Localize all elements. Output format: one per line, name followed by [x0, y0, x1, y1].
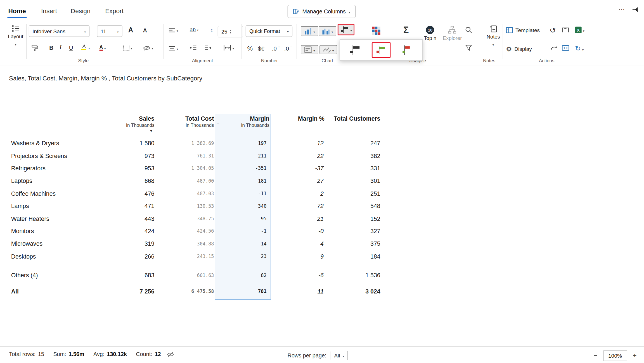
chevron-down-icon: [177, 45, 178, 51]
table-row[interactable]: Lamps 471 130.53 340 72 548: [9, 200, 381, 212]
notes-button[interactable]: Notes: [484, 25, 503, 47]
decrease-decimal-button[interactable]: .0−: [284, 45, 292, 52]
more-options-button[interactable]: ⋯: [619, 6, 626, 13]
margin-pct-value: 27: [269, 178, 325, 184]
display-button[interactable]: ⚙ Display: [506, 45, 532, 53]
customers-value: 375: [325, 240, 380, 247]
margin-pct-value: -2: [269, 190, 325, 197]
column-subtitle: in Thousands: [241, 122, 269, 128]
borders-icon: [123, 45, 129, 51]
horizontal-align-button[interactable]: [168, 27, 178, 33]
aggregate-sigma-button[interactable]: Σ: [403, 25, 409, 35]
column-chart-button[interactable]: [301, 26, 318, 36]
zoom-level[interactable]: 100%: [603, 350, 627, 361]
borders-button[interactable]: [123, 45, 132, 51]
decrease-indent-button[interactable]: [190, 45, 197, 51]
zoom-out-button[interactable]: −: [594, 352, 598, 359]
quick-format-select[interactable]: Quick Format: [246, 25, 293, 37]
search-button[interactable]: [465, 26, 472, 34]
column-drag-handle-icon[interactable]: ≡: [216, 120, 219, 126]
increase-decimal-button[interactable]: .0+: [272, 45, 280, 52]
tab-design[interactable]: Design: [70, 6, 91, 16]
increase-indent-button[interactable]: [205, 45, 212, 51]
bar-variance-plain-option[interactable]: [346, 42, 365, 58]
hidden-rows-eye-off-icon[interactable]: [167, 352, 174, 357]
visibility-button[interactable]: [143, 45, 153, 51]
sparkline-button[interactable]: [319, 45, 337, 54]
table-row[interactable]: Projectors & Screens 973 761.31 211 22 3…: [9, 150, 381, 162]
clustered-chart-button[interactable]: [319, 26, 336, 36]
group-divider: [242, 24, 242, 59]
margin-value: -11: [214, 191, 269, 197]
filter-button[interactable]: [465, 45, 472, 51]
table-row[interactable]: Desktops 266 243.15 23 9 184: [9, 250, 381, 262]
italic-button[interactable]: I: [60, 44, 61, 51]
tab-insert[interactable]: Insert: [40, 6, 58, 16]
bar-variance-green-red-option[interactable]: [372, 42, 391, 58]
underline-button[interactable]: U: [69, 44, 73, 51]
wrap-text-button[interactable]: ab: [190, 26, 199, 32]
table-row[interactable]: Refrigerators 953 1 304.05 -351 -37 331: [9, 162, 381, 175]
heatmap-button[interactable]: [372, 26, 381, 35]
bar-variance-red-green-option[interactable]: [397, 42, 416, 58]
increase-font-button[interactable]: Aˆ: [128, 26, 136, 34]
bold-button[interactable]: B: [49, 44, 53, 51]
table-row[interactable]: Monitors 424 424.56 -1 -0 327: [9, 225, 381, 237]
font-color-button[interactable]: A: [100, 45, 106, 51]
manage-columns-button[interactable]: Manage Columns: [288, 5, 356, 18]
explorer-button[interactable]: Explorer: [440, 25, 464, 41]
customers-value: 3 024: [325, 288, 380, 295]
column-header-total-customers[interactable]: Total Customers: [325, 110, 380, 136]
stepper-arrows-icon[interactable]: ▴▾: [230, 29, 231, 34]
explorer-icon: [448, 26, 456, 34]
chevron-down-icon: [151, 45, 153, 51]
total-cost-value: 304.88: [154, 241, 214, 247]
column-width-button[interactable]: [223, 45, 234, 51]
boxed-chart-button[interactable]: [301, 45, 318, 54]
layout-button[interactable]: Layout: [6, 25, 26, 47]
templates-button[interactable]: Templates: [506, 27, 540, 33]
column-header-margin-pct[interactable]: Margin %: [269, 110, 325, 136]
sales-value: 953: [83, 165, 155, 172]
table-row[interactable]: Laptops 668 487.00 181 27 301: [9, 175, 381, 187]
percent-format-button[interactable]: %: [247, 45, 253, 52]
export-excel-button[interactable]: X: [575, 27, 584, 34]
table-row[interactable]: All 7 256 6 475.58 781 11 3 024: [9, 285, 381, 298]
row-label-column-header[interactable]: [9, 110, 83, 136]
column-header-sales[interactable]: Sales in Thousands ▼: [83, 110, 155, 136]
highlight-color-button[interactable]: [80, 44, 90, 51]
vertical-align-button[interactable]: [168, 45, 178, 51]
tab-home[interactable]: Home: [7, 6, 27, 16]
table-row[interactable]: Coffee Machines 476 487.03 -11 -2 251: [9, 187, 381, 200]
table-row[interactable]: Microwaves 319 304.88 14 4 375: [9, 237, 381, 250]
fit-width-button[interactable]: [562, 45, 569, 51]
zoom-in-button[interactable]: +: [633, 352, 637, 359]
rows-per-page-select[interactable]: All: [330, 351, 348, 360]
currency-format-button[interactable]: $€: [258, 45, 264, 52]
sort-desc-icon[interactable]: ▼: [150, 129, 155, 133]
undo-button[interactable]: ↺: [550, 25, 556, 35]
ribbon: Layout Inforiver Sans 11 Aˆ Aˇ B I: [0, 21, 644, 66]
row-height-stepper[interactable]: 25 ▴▾: [218, 26, 243, 37]
column-header-total-cost[interactable]: Total Cost in Thousands: [154, 110, 214, 136]
row-label: Desktops: [9, 253, 83, 260]
table-row[interactable]: Washers & Dryers 1 580 1 382.69 197 12 2…: [9, 137, 381, 150]
group-divider: [503, 24, 503, 59]
font-family-select[interactable]: Inforiver Sans: [29, 25, 89, 37]
redo-button[interactable]: [550, 45, 557, 51]
font-size-select[interactable]: 11: [97, 25, 122, 37]
bar-chart-button-highlighted[interactable]: [338, 24, 354, 35]
format-painter-button[interactable]: [31, 44, 38, 51]
top-n-button[interactable]: 10 Top n: [422, 25, 439, 41]
ruler-button[interactable]: [562, 27, 569, 33]
pin-icon[interactable]: [632, 6, 638, 13]
refresh-button[interactable]: ↻: [575, 44, 584, 53]
table-row[interactable]: Others (4) 683 601.63 82 -6 1 536: [9, 269, 381, 282]
table-row[interactable]: Water Heaters 443 348.75 95 21 152: [9, 212, 381, 225]
group-divider: [164, 24, 164, 59]
chevron-down-icon: [313, 47, 315, 53]
column-header-margin[interactable]: ≡ Margin in Thousands: [214, 110, 269, 136]
decrease-font-button[interactable]: Aˇ: [143, 27, 150, 34]
tab-export[interactable]: Export: [104, 6, 124, 16]
margin-pct-value: 11: [269, 288, 325, 295]
